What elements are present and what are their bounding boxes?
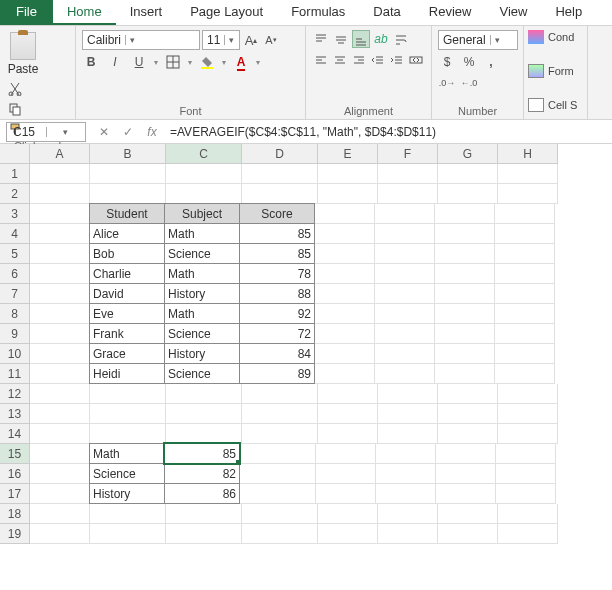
cell[interactable] (318, 164, 378, 184)
cell[interactable] (315, 324, 375, 344)
cell[interactable] (166, 524, 242, 544)
cell[interactable] (435, 264, 495, 284)
cell[interactable]: Subject (164, 203, 240, 224)
cell[interactable] (376, 484, 436, 504)
cell[interactable] (375, 304, 435, 324)
cell[interactable] (378, 384, 438, 404)
increase-indent-button[interactable] (389, 51, 406, 69)
cell[interactable] (90, 164, 166, 184)
font-color-button[interactable]: A (232, 53, 250, 71)
cell[interactable]: History (89, 483, 165, 504)
cell[interactable] (375, 324, 435, 344)
cell[interactable] (30, 184, 90, 204)
cell[interactable] (30, 284, 90, 304)
cell[interactable] (438, 424, 498, 444)
row-header[interactable]: 16 (0, 464, 30, 484)
cell[interactable] (166, 184, 242, 204)
cell[interactable] (315, 244, 375, 264)
fx-button[interactable]: fx (140, 125, 164, 139)
italic-button[interactable]: I (106, 53, 124, 71)
cell[interactable]: Student (89, 203, 165, 224)
comma-button[interactable]: , (482, 53, 500, 71)
row-header[interactable]: 14 (0, 424, 30, 444)
increase-font-button[interactable]: A▴ (242, 31, 260, 49)
cell[interactable]: Math (164, 263, 240, 284)
cell[interactable] (498, 164, 558, 184)
cell[interactable] (242, 424, 318, 444)
cell[interactable] (30, 404, 90, 424)
cell[interactable]: 85 (239, 243, 315, 264)
cell[interactable] (90, 424, 166, 444)
cell[interactable] (166, 504, 242, 524)
cell[interactable] (438, 164, 498, 184)
cell[interactable] (435, 244, 495, 264)
cell[interactable] (30, 164, 90, 184)
decrease-font-button[interactable]: A▾ (262, 31, 280, 49)
column-header[interactable]: H (498, 144, 558, 164)
row-header[interactable]: 3 (0, 204, 30, 224)
cell[interactable] (376, 464, 436, 484)
cell[interactable] (242, 384, 318, 404)
cell[interactable] (495, 304, 555, 324)
cell[interactable] (495, 264, 555, 284)
cell[interactable] (496, 484, 556, 504)
cell[interactable] (90, 504, 166, 524)
cell[interactable] (438, 404, 498, 424)
cell[interactable] (242, 504, 318, 524)
cell[interactable] (166, 384, 242, 404)
orientation-button[interactable]: ab (372, 30, 390, 48)
cell[interactable]: Science (164, 323, 240, 344)
cells-area[interactable]: StudentSubjectScoreAliceMath85BobScience… (30, 164, 558, 544)
cell[interactable] (376, 444, 436, 464)
cell[interactable] (30, 424, 90, 444)
cut-button[interactable] (6, 80, 24, 98)
row-header[interactable]: 13 (0, 404, 30, 424)
row-header[interactable]: 7 (0, 284, 30, 304)
cell[interactable] (30, 224, 90, 244)
cell[interactable] (438, 524, 498, 544)
cell[interactable] (375, 344, 435, 364)
cell[interactable]: 88 (239, 283, 315, 304)
cell[interactable] (316, 444, 376, 464)
cell[interactable] (316, 484, 376, 504)
cell[interactable] (30, 504, 90, 524)
cell[interactable] (316, 464, 376, 484)
cell[interactable] (378, 524, 438, 544)
cell[interactable]: Eve (89, 303, 165, 324)
cell[interactable] (436, 484, 496, 504)
cell[interactable] (498, 504, 558, 524)
tab-review[interactable]: Review (415, 0, 486, 25)
cell[interactable] (315, 224, 375, 244)
cell[interactable] (318, 384, 378, 404)
cell[interactable] (315, 204, 375, 224)
cell[interactable] (30, 524, 90, 544)
cell[interactable] (495, 244, 555, 264)
cell[interactable] (375, 244, 435, 264)
formula-input[interactable]: =AVERAGEIF($C$4:$C$11, "Math", $D$4:$D$1… (164, 125, 612, 139)
number-format-combo[interactable]: General▾ (438, 30, 518, 50)
row-header[interactable]: 6 (0, 264, 30, 284)
row-header[interactable]: 9 (0, 324, 30, 344)
column-header[interactable]: D (242, 144, 318, 164)
cell[interactable] (435, 344, 495, 364)
tab-file[interactable]: File (0, 0, 53, 25)
row-header[interactable]: 8 (0, 304, 30, 324)
cell[interactable] (30, 384, 90, 404)
cell[interactable]: Math (89, 443, 165, 464)
cell[interactable] (90, 524, 166, 544)
currency-button[interactable]: $ (438, 53, 456, 71)
cell[interactable] (315, 364, 375, 384)
tab-page-layout[interactable]: Page Layout (176, 0, 277, 25)
cell[interactable] (375, 204, 435, 224)
align-middle-button[interactable] (332, 30, 350, 48)
cell[interactable] (315, 344, 375, 364)
cell[interactable]: Science (164, 243, 240, 264)
cell[interactable] (375, 224, 435, 244)
cell[interactable] (30, 244, 90, 264)
cell[interactable] (90, 384, 166, 404)
cell[interactable] (378, 164, 438, 184)
cell[interactable] (30, 304, 90, 324)
cell[interactable] (166, 424, 242, 444)
cell[interactable] (315, 264, 375, 284)
cell[interactable] (166, 404, 242, 424)
